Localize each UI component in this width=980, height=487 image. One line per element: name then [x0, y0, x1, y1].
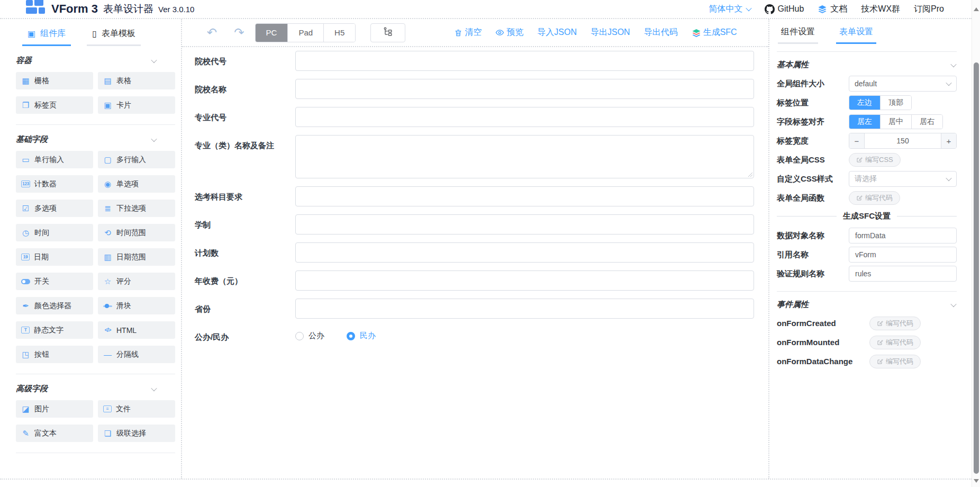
tab-page-icon: ❐ — [21, 101, 30, 109]
form-field[interactable]: 专业（类）名称及备注 — [195, 135, 754, 178]
form-design-canvas[interactable]: 院校代号院校名称专业代号专业（类）名称及备注选考科目要求学制计划数年收费（元）省… — [182, 47, 768, 479]
widget-item[interactable]: 开关 — [16, 273, 93, 290]
widget-item[interactable]: ❏级联选择 — [98, 425, 175, 442]
edit-code-button[interactable]: 编写代码 — [849, 191, 900, 205]
edit-code-button[interactable]: 编写代码 — [869, 355, 921, 368]
tab-component-library[interactable]: ▣ 组件库 — [22, 24, 71, 46]
multi-line-input-icon: ▢ — [103, 156, 112, 164]
label-position-option[interactable]: 左边 — [849, 96, 880, 110]
widget-item[interactable]: ▥日期范围 — [98, 248, 175, 266]
edit-code-button[interactable]: 编写代码 — [869, 336, 921, 349]
global-size-select[interactable]: default — [849, 76, 957, 92]
widget-item[interactable]: ☑多选项 — [16, 200, 93, 217]
scroll-down-arrow[interactable] — [974, 479, 979, 483]
text-input[interactable] — [295, 51, 754, 71]
widget-item[interactable]: ✒颜色选择器 — [16, 297, 93, 314]
header-link-订阅pro[interactable]: 订阅Pro — [914, 4, 944, 15]
form-field[interactable]: 选考科目要求 — [195, 186, 754, 206]
radio-option[interactable]: 公办 — [295, 331, 324, 341]
widget-item[interactable]: ▭单行输入 — [16, 151, 93, 168]
undo-icon[interactable]: ↶ — [207, 26, 217, 39]
label-width-value[interactable]: 150 — [865, 133, 941, 148]
widget-item[interactable]: ≡文件 — [98, 400, 175, 418]
edit-code-button[interactable]: 编写代码 — [869, 317, 921, 330]
widget-section-header[interactable]: 基础字段 — [16, 134, 175, 145]
form-field[interactable]: 专业代号 — [195, 107, 754, 127]
section-title: 高级字段 — [16, 384, 48, 394]
widget-item[interactable]: T静态文字 — [16, 321, 93, 339]
device-tab-pad[interactable]: Pad — [287, 24, 323, 42]
redo-icon[interactable]: ↷ — [234, 26, 244, 39]
node-tree-button[interactable] — [370, 23, 405, 42]
widget-item[interactable]: ✎富文本 — [16, 425, 93, 442]
widget-item[interactable]: ▦栅格 — [16, 72, 93, 89]
event-props-section-header[interactable]: 事件属性 — [777, 300, 957, 310]
scroll-up-arrow[interactable] — [974, 7, 979, 11]
widget-item[interactable]: ☆评分 — [98, 273, 175, 290]
text-input[interactable] — [295, 186, 754, 206]
label-position-option[interactable]: 顶部 — [880, 96, 911, 110]
widget-item[interactable]: 滑块 — [98, 297, 175, 314]
widget-item[interactable]: 123计数器 — [16, 175, 93, 193]
widget-item[interactable]: —分隔线 — [98, 346, 175, 363]
form-field[interactable]: 公办/民办公办民办 — [195, 327, 754, 342]
edit-css-button[interactable]: 编写CSS — [849, 153, 901, 167]
widget-item[interactable]: ▤表格 — [98, 72, 175, 89]
device-tab-h5[interactable]: H5 — [323, 24, 355, 42]
text-input[interactable] — [295, 79, 754, 99]
label-align-option[interactable]: 居左 — [849, 115, 880, 129]
widget-item[interactable]: ⟲时间范围 — [98, 224, 175, 241]
header-link-技术wx群[interactable]: 技术WX群 — [861, 4, 900, 15]
toolbar-action[interactable]: 预览 — [495, 27, 523, 38]
text-input[interactable] — [295, 270, 754, 291]
form-field[interactable]: 年收费（元） — [195, 270, 754, 291]
widget-item[interactable]: ◪图片 — [16, 400, 93, 418]
widget-item[interactable]: ▢多行输入 — [98, 151, 175, 168]
widget-section-header[interactable]: 高级字段 — [16, 384, 175, 394]
form-field[interactable]: 学制 — [195, 214, 754, 235]
form-field[interactable]: 院校名称 — [195, 79, 754, 99]
header-link-文档[interactable]: 文档 — [818, 4, 847, 15]
textarea-input[interactable] — [295, 135, 754, 178]
tab-widget-settings[interactable]: 组件设置 — [778, 26, 818, 44]
label-align-option[interactable]: 居中 — [880, 115, 911, 129]
form-field[interactable]: 省份 — [195, 299, 754, 319]
toolbar-action[interactable]: 导出代码 — [644, 27, 678, 38]
toolbar-action[interactable]: 清空 — [454, 27, 482, 38]
tab-form-settings[interactable]: 表单设置 — [836, 26, 876, 44]
text-input[interactable] — [295, 242, 754, 263]
text-input[interactable] — [295, 214, 754, 235]
label-align-option[interactable]: 居右 — [911, 115, 942, 129]
language-select[interactable]: 简体中文 — [709, 4, 751, 15]
ref-name-input[interactable]: vForm — [849, 247, 957, 263]
stepper-increase-button[interactable]: + — [941, 133, 956, 148]
radio-option[interactable]: 民办 — [347, 331, 376, 341]
field-label: 专业代号 — [195, 107, 295, 127]
toolbar-action[interactable]: 导入JSON — [537, 27, 577, 38]
widget-item[interactable]: ◳按钮 — [16, 346, 93, 363]
toolbar-action[interactable]: 导出JSON — [591, 27, 630, 38]
widget-item[interactable]: 19日期 — [16, 248, 93, 266]
widget-section-header[interactable]: 容器 — [16, 56, 175, 66]
tab-form-templates[interactable]: ▯ 表单模板 — [87, 24, 141, 46]
widget-item[interactable]: ◷时间 — [16, 224, 93, 241]
custom-css-select[interactable]: 请选择 — [849, 171, 957, 187]
data-object-name-input[interactable]: formData — [849, 228, 957, 244]
widget-item[interactable]: </>HTML — [98, 321, 175, 339]
basic-props-section-header[interactable]: 基本属性 — [777, 60, 957, 70]
text-input[interactable] — [295, 299, 754, 319]
widget-item[interactable]: ≣下拉选项 — [98, 200, 175, 217]
device-tab-pc[interactable]: PC — [256, 24, 288, 42]
widget-item[interactable]: ▣卡片 — [98, 96, 175, 114]
widget-item[interactable]: ❐标签页 — [16, 96, 93, 114]
toolbar-action[interactable]: 生成SFC — [692, 27, 737, 38]
scrollbar[interactable] — [972, 0, 980, 487]
form-field[interactable]: 院校代号 — [195, 51, 754, 71]
form-field[interactable]: 计划数 — [195, 242, 754, 263]
header-link-github[interactable]: GitHub — [765, 4, 804, 14]
scrollbar-thumb[interactable] — [974, 62, 979, 474]
text-input[interactable] — [295, 107, 754, 127]
widget-item[interactable]: ◉单选项 — [98, 175, 175, 193]
stepper-decrease-button[interactable]: − — [849, 133, 865, 148]
rules-name-input[interactable]: rules — [849, 266, 957, 282]
